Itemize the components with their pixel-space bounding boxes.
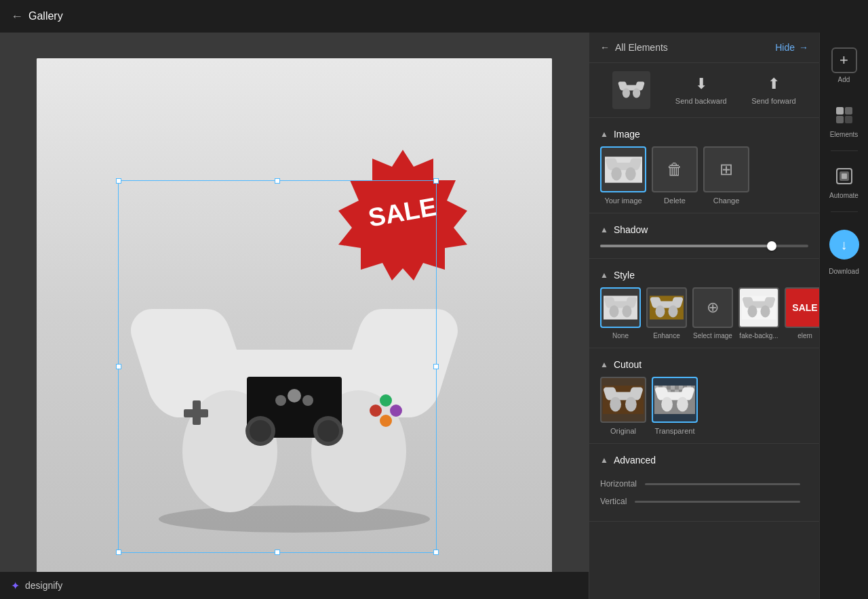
svg-point-20 bbox=[633, 88, 640, 98]
toolbar-divider bbox=[831, 150, 858, 151]
style-enhance[interactable]: Enhance bbox=[646, 287, 687, 339]
image-chevron: ▲ bbox=[600, 129, 608, 139]
hide-arrow: → bbox=[799, 42, 808, 53]
canvas-area[interactable]: SALE ✦ designify bbox=[0, 33, 589, 599]
style-section: ▲ Style None bbox=[589, 259, 819, 348]
handle-tm[interactable] bbox=[275, 178, 280, 184]
svg-point-8 bbox=[390, 405, 402, 417]
style-options: None Enhance bbox=[589, 287, 819, 339]
send-forward-button[interactable]: ⬆ Send forward bbox=[751, 75, 795, 105]
toolbar-divider-2 bbox=[831, 211, 858, 212]
automate-toolbar-item[interactable]: Automate bbox=[820, 154, 868, 209]
back-button[interactable]: ← bbox=[11, 9, 23, 24]
controller-thumbnail[interactable] bbox=[612, 71, 650, 109]
header: ← Gallery bbox=[0, 0, 868, 33]
plus-icon: + bbox=[840, 53, 848, 68]
panel-nav-left[interactable]: ← All Elements bbox=[600, 42, 668, 53]
your-image-option[interactable]: Your image bbox=[600, 146, 646, 205]
style-none[interactable]: None bbox=[600, 287, 641, 339]
download-toolbar-item[interactable]: ↓ Download bbox=[820, 215, 868, 285]
style-select-image-label: Select image bbox=[693, 332, 732, 339]
send-backward-icon: ⬇ bbox=[695, 75, 707, 93]
style-fake-bg-thumb bbox=[738, 287, 779, 328]
svg-point-13 bbox=[317, 420, 339, 442]
handle-ml[interactable] bbox=[116, 364, 121, 369]
automate-label: Automate bbox=[829, 192, 859, 199]
svg-point-14 bbox=[275, 395, 286, 406]
svg-point-32 bbox=[761, 306, 770, 318]
hide-label: Hide bbox=[775, 42, 795, 53]
change-icon: ⊞ bbox=[719, 160, 733, 179]
delete-option[interactable]: 🗑 Delete bbox=[652, 146, 698, 205]
shadow-slider[interactable] bbox=[600, 245, 808, 247]
svg-point-15 bbox=[302, 395, 313, 406]
image-section: ▲ Image Your image bbox=[589, 118, 819, 213]
download-label: Download bbox=[829, 268, 859, 275]
horizontal-field-row: Horizontal bbox=[600, 475, 808, 493]
advanced-section-header[interactable]: ▲ Advanced bbox=[589, 452, 819, 472]
svg-point-26 bbox=[623, 306, 632, 318]
cutout-original[interactable]: Original bbox=[600, 377, 646, 435]
handle-br[interactable] bbox=[433, 550, 439, 555]
svg-rect-54 bbox=[842, 173, 847, 179]
advanced-section-title: Advanced bbox=[614, 455, 656, 466]
svg-point-0 bbox=[159, 505, 430, 533]
style-section-header[interactable]: ▲ Style bbox=[589, 267, 819, 287]
cutout-transparent[interactable]: Transparent bbox=[652, 377, 698, 435]
horizontal-slider[interactable] bbox=[645, 483, 800, 485]
svg-point-19 bbox=[623, 88, 630, 98]
change-option[interactable]: ⊞ Change bbox=[703, 146, 749, 205]
image-section-header[interactable]: ▲ Image bbox=[589, 126, 819, 146]
elements-icon-box bbox=[831, 102, 857, 128]
shadow-slider-container bbox=[589, 242, 819, 250]
shadow-chevron: ▲ bbox=[600, 225, 608, 234]
download-button[interactable]: ↓ bbox=[829, 230, 859, 260]
shadow-slider-thumb[interactable] bbox=[767, 241, 776, 251]
svg-point-9 bbox=[380, 415, 392, 427]
send-backward-label: Send backward bbox=[675, 97, 727, 105]
shadow-section-header[interactable]: ▲ Shadow bbox=[589, 222, 819, 242]
style-none-label: None bbox=[612, 332, 629, 339]
svg-point-34 bbox=[610, 397, 621, 412]
style-elem[interactable]: SALE elem bbox=[785, 287, 819, 339]
handle-bl[interactable] bbox=[116, 550, 121, 555]
style-section-title: Style bbox=[614, 270, 635, 281]
style-fake-bg[interactable]: fake-backg... bbox=[738, 287, 779, 339]
cutout-section-title: Cutout bbox=[614, 359, 642, 370]
elements-toolbar-item[interactable]: Elements bbox=[820, 93, 868, 148]
style-select-image[interactable]: ⊕ Select image bbox=[692, 287, 733, 339]
cutout-transparent-thumb bbox=[652, 377, 698, 423]
shadow-slider-fill bbox=[600, 245, 771, 247]
handle-bm[interactable] bbox=[275, 550, 280, 555]
download-icon: ↓ bbox=[841, 237, 848, 253]
send-forward-icon: ⬆ bbox=[768, 75, 780, 93]
cutout-section-header[interactable]: ▲ Cutout bbox=[589, 356, 819, 377]
svg-rect-5 bbox=[184, 409, 208, 417]
panel-hide-button[interactable]: Hide → bbox=[775, 42, 808, 53]
handle-tl[interactable] bbox=[116, 178, 121, 184]
page-title: Gallery bbox=[28, 10, 63, 22]
right-panel: ← All Elements Hide → ⬇ bbox=[589, 33, 819, 599]
svg-point-16 bbox=[288, 389, 301, 402]
logo-icon: ✦ bbox=[11, 579, 20, 592]
send-backward-button[interactable]: ⬇ Send backward bbox=[675, 75, 727, 105]
svg-point-28 bbox=[656, 306, 665, 318]
canvas[interactable]: SALE bbox=[37, 58, 552, 573]
svg-point-22 bbox=[611, 167, 621, 180]
cutout-chevron: ▲ bbox=[600, 360, 608, 369]
panel-back-arrow[interactable]: ← bbox=[600, 42, 610, 53]
vertical-slider[interactable] bbox=[635, 501, 800, 503]
layer-row: ⬇ Send backward ⬆ Send forward bbox=[589, 63, 819, 118]
advanced-chevron: ▲ bbox=[600, 455, 608, 465]
style-fake-bg-label: fake-backg... bbox=[739, 332, 778, 339]
your-image-thumb bbox=[600, 146, 646, 192]
all-elements-label: All Elements bbox=[615, 42, 668, 53]
advanced-fields: Horizontal Vertical bbox=[589, 472, 819, 513]
svg-rect-40 bbox=[679, 386, 683, 390]
add-toolbar-item[interactable]: + Add bbox=[820, 38, 868, 93]
elements-label: Elements bbox=[830, 131, 859, 138]
sale-badge: SALE bbox=[335, 146, 471, 282]
automate-icon bbox=[835, 167, 854, 186]
logo-text: designify bbox=[25, 580, 62, 591]
send-forward-label: Send forward bbox=[751, 97, 795, 105]
